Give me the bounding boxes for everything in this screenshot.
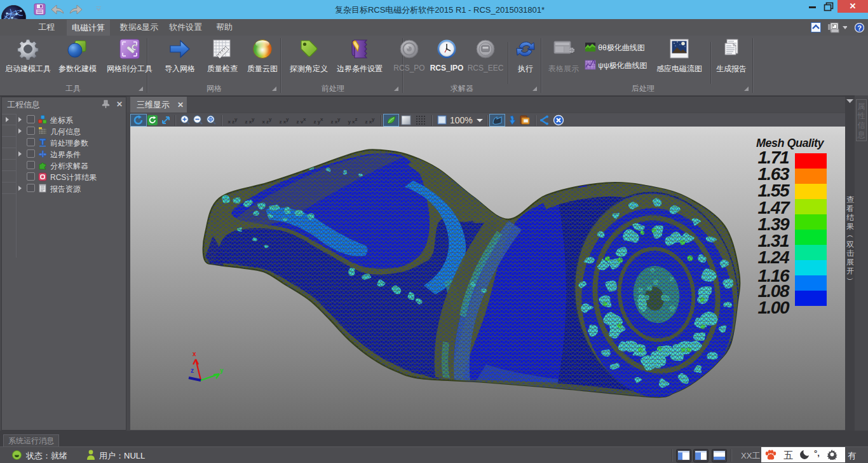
svg-text:x: x xyxy=(193,350,196,357)
svg-text:y: y xyxy=(220,367,224,374)
svg-text:?: ? xyxy=(857,24,862,32)
svg-text:z: z xyxy=(191,367,194,374)
